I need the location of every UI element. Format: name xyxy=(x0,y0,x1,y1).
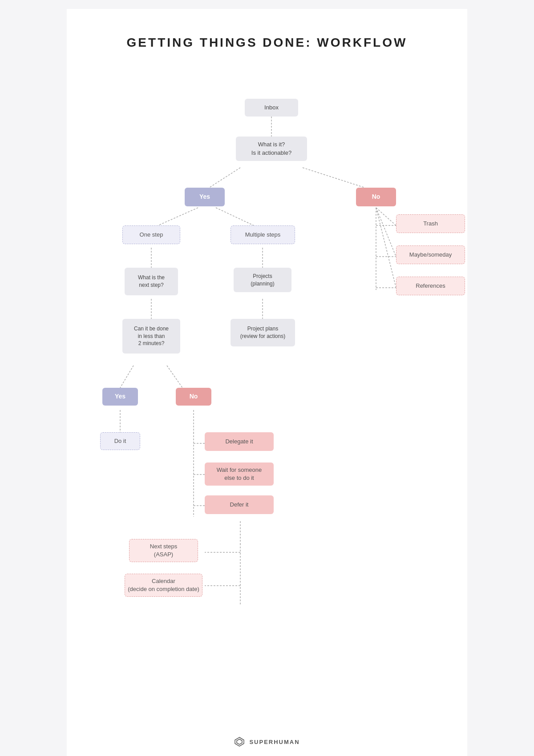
flowchart: Inbox What is it? Is it actionable? Yes … xyxy=(85,72,449,695)
svg-line-3 xyxy=(158,208,198,225)
projects-node: Projects (planning) xyxy=(234,268,291,292)
svg-line-4 xyxy=(216,208,254,225)
svg-marker-28 xyxy=(235,737,244,746)
superhuman-icon xyxy=(234,736,245,747)
inbox-node: Inbox xyxy=(245,99,298,117)
page-title: GETTING THINGS DONE: WORKFLOW xyxy=(85,36,449,50)
one-step-node: One step xyxy=(122,225,180,244)
svg-line-5 xyxy=(376,208,396,225)
footer: SUPERHUMAN xyxy=(67,736,467,747)
svg-line-16 xyxy=(120,366,134,388)
do-it-node: Do it xyxy=(100,432,140,450)
svg-line-6 xyxy=(376,208,396,257)
brand-label: SUPERHUMAN xyxy=(249,739,299,745)
connectors-svg xyxy=(85,72,449,695)
yes1-node: Yes xyxy=(185,188,225,206)
wait-node: Wait for someone else to do it xyxy=(205,462,274,486)
calendar-node: Calendar (decide on completion date) xyxy=(125,574,202,597)
no1-node: No xyxy=(356,188,396,206)
svg-line-17 xyxy=(167,366,182,388)
delegate-node: Delegate it xyxy=(205,432,274,451)
svg-line-1 xyxy=(209,168,240,188)
references-node: References xyxy=(396,277,465,295)
what-is-it-node: What is it? Is it actionable? xyxy=(236,137,307,161)
maybe-node: Maybe/someday xyxy=(396,245,465,264)
defer-node: Defer it xyxy=(205,495,274,514)
no2-node: No xyxy=(176,388,211,406)
svg-marker-29 xyxy=(237,739,242,744)
can-it-be-node: Can it be done in less than 2 minutes? xyxy=(122,319,180,354)
svg-line-7 xyxy=(376,208,396,288)
next-steps-node: Next steps (ASAP) xyxy=(129,539,198,562)
project-plans-node: Project plans (review for actions) xyxy=(231,319,295,346)
svg-line-2 xyxy=(303,168,365,188)
what-next-node: What is the next step? xyxy=(125,268,178,295)
page: GETTING THINGS DONE: WORKFLOW xyxy=(67,9,467,756)
trash-node: Trash xyxy=(396,214,465,233)
yes2-node: Yes xyxy=(102,388,138,406)
multiple-steps-node: Multiple steps xyxy=(231,225,295,244)
